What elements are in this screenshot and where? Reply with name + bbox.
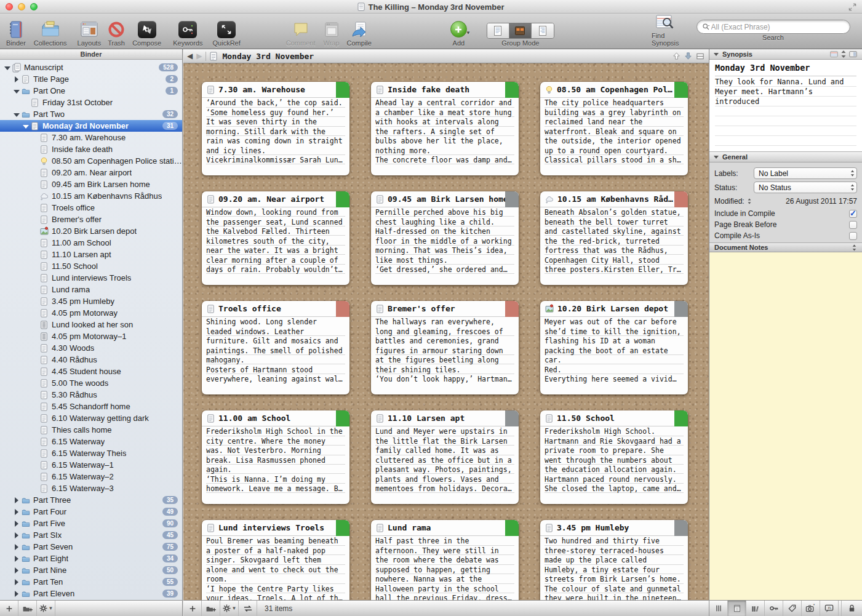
document-notes-area[interactable] <box>709 252 862 600</box>
binder-item[interactable]: Title Page2 <box>0 73 182 85</box>
binder-item[interactable]: Manuscript528 <box>0 62 182 73</box>
binder-item[interactable]: Part Ten55 <box>0 576 182 588</box>
folder-plus-button[interactable] <box>18 601 37 616</box>
search-input[interactable] <box>710 22 845 32</box>
move-down-icon[interactable] <box>684 51 693 61</box>
index-card[interactable]: Bremer's offerThe hallways ran everywher… <box>371 301 519 394</box>
index-card[interactable]: 10.20 Birk Larsen depotMeyer was out of … <box>540 301 688 394</box>
binder-item[interactable]: 11.10 Larsen apt <box>0 249 182 260</box>
binder-item[interactable]: 10.15 am Københavns Rådhus <box>0 190 182 202</box>
find-synopsis-button[interactable]: Find Synopsis <box>652 16 679 47</box>
collapse-triangle-icon[interactable] <box>714 53 719 56</box>
lock-button[interactable] <box>841 601 862 616</box>
binder-item[interactable]: 11.00 am School <box>0 237 182 249</box>
group-mode-outline-button[interactable] <box>532 23 554 38</box>
binder-item[interactable]: 3.45 pm Humleby <box>0 295 182 307</box>
index-card[interactable]: Lund ramaHalf past three in the afternoo… <box>371 520 519 600</box>
columns-button[interactable] <box>709 601 728 616</box>
binder-item[interactable]: Friday 31st October <box>0 97 182 108</box>
binder-item[interactable]: Thies calls home <box>0 424 182 436</box>
books-button[interactable] <box>746 601 765 616</box>
binder-item[interactable]: 6.15 Waterway Theis <box>0 447 182 459</box>
binder-item[interactable]: Part Five90 <box>0 518 182 529</box>
synopsis-card[interactable]: Monday 3rd November They look for Nanna.… <box>709 60 862 152</box>
binder-item[interactable]: Monday 3rd November31 <box>0 120 182 132</box>
panel-toggle-icon[interactable] <box>848 50 858 58</box>
binder-item[interactable]: 5.30 Rådhus <box>0 389 182 401</box>
gear-button[interactable]: ▼ <box>37 601 55 616</box>
binder-item[interactable]: 4.05 pm Motorway–1 <box>0 330 182 342</box>
key-button[interactable] <box>765 601 783 616</box>
collections-toolbar-button[interactable]: Collections <box>34 16 67 47</box>
index-card[interactable]: 11.00 am SchoolFrederiksholm High School… <box>202 410 349 504</box>
labels-dropdown[interactable]: No Label <box>754 167 857 179</box>
index-card[interactable]: 09.20 am. Near airportWindow down, looki… <box>202 191 349 285</box>
index-card[interactable]: Troels officeShining wood. Long slender … <box>202 301 349 394</box>
binder-item[interactable]: Bremer's offer <box>0 214 182 225</box>
wrap-toolbar-button[interactable]: Wrap <box>323 16 339 47</box>
nav-forward-icon[interactable]: ▶ <box>196 52 202 60</box>
index-card[interactable]: 08.50 am Copenhagen Pol…The city police … <box>540 82 688 175</box>
synopsis-text[interactable]: They look for Nanna. Lund and Meyer meet… <box>715 77 856 150</box>
notes-stepper-icon[interactable] <box>852 244 857 252</box>
binder-item[interactable]: 4.30 Woods <box>0 342 182 354</box>
binder-item[interactable]: 6.15 Waterway–1 <box>0 459 182 471</box>
document-notes-header[interactable]: Document Notes <box>709 242 862 252</box>
index-card[interactable]: 11.50 SchoolFrederiksholm High School. H… <box>540 410 688 504</box>
modified-stepper-icon[interactable] <box>747 198 752 205</box>
add-toolbar-button[interactable]: ▼ Add <box>450 16 467 47</box>
binder-item[interactable]: 5.00 The woods <box>0 377 182 389</box>
snapshot-button[interactable]: * <box>802 601 820 616</box>
index-card[interactable]: 7.30 am. Warehouse‘Around the back,’ the… <box>202 82 349 175</box>
checkbox[interactable] <box>849 232 857 240</box>
layouts-toolbar-button[interactable]: Layouts <box>78 16 102 47</box>
binder-item[interactable]: Part Four49 <box>0 506 182 518</box>
binder-item[interactable]: 09.20 am. Near airport <box>0 167 182 178</box>
tag-button[interactable] <box>783 601 802 616</box>
split-view-icon[interactable] <box>695 52 705 61</box>
index-card[interactable]: 11.10 Larsen aptLund and Meyer were upst… <box>371 410 519 504</box>
binder-item[interactable]: Part Eleven39 <box>0 588 182 599</box>
binder-item[interactable]: 10.20 Birk Larsen depot <box>0 225 182 237</box>
fullscreen-icon[interactable] <box>848 2 857 12</box>
binder-item[interactable]: Part One1 <box>0 85 182 97</box>
binder-item[interactable]: Part SIx45 <box>0 529 182 541</box>
index-card[interactable]: 3.45 pm HumlebyTwo hundred and thirty fi… <box>540 520 688 600</box>
checkbox[interactable] <box>849 210 857 218</box>
binder-item[interactable]: 6.15 Waterway–2 <box>0 471 182 482</box>
note-n-button[interactable]: n. <box>820 601 839 616</box>
binder-toolbar-button[interactable]: Binder <box>6 16 26 47</box>
binder-item[interactable]: 09.45 am Birk Larsen home <box>0 178 182 190</box>
sync-button[interactable] <box>239 601 257 616</box>
binder-item[interactable]: Part Two32 <box>0 108 182 120</box>
binder-item[interactable]: Part Nine50 <box>0 564 182 576</box>
collapse-triangle-icon[interactable] <box>714 156 719 159</box>
group-mode-corkboard-button[interactable] <box>509 23 532 38</box>
comment-toolbar-button[interactable]: Comment <box>286 16 316 47</box>
index-card-icon[interactable] <box>829 50 839 58</box>
group-mode-document-button[interactable] <box>487 23 509 38</box>
folder-plus-button[interactable] <box>202 601 220 616</box>
search-field[interactable] <box>696 20 850 34</box>
status-dropdown[interactable]: No Status <box>754 182 857 193</box>
binder-item[interactable]: Part Eight34 <box>0 553 182 564</box>
move-up-icon[interactable] <box>672 51 681 61</box>
binder-item[interactable]: Inside fake death <box>0 143 182 155</box>
binder-item[interactable]: 6.15 Waterway <box>0 436 182 447</box>
binder-item[interactable]: Lund interviews Troels <box>0 272 182 284</box>
stepper-icon[interactable] <box>840 50 847 58</box>
binder-item[interactable]: Lund looked at her son <box>0 319 182 330</box>
binder-item[interactable]: 5.45 Schandorff home <box>0 401 182 412</box>
index-card[interactable]: 10.15 am Københavns Råd…Beneath Absalon’… <box>540 191 688 285</box>
binder-item[interactable]: 11.50 School <box>0 260 182 272</box>
binder-item[interactable]: 4.40 Rådhus <box>0 354 182 366</box>
nav-back-icon[interactable]: ◀ <box>187 52 193 60</box>
binder-item[interactable]: Part Three35 <box>0 494 182 506</box>
keywords-toolbar-button[interactable]: Keywords <box>173 16 202 47</box>
binder-item[interactable]: Troels office <box>0 202 182 214</box>
compile-toolbar-button[interactable]: Compile <box>347 16 372 47</box>
index-card[interactable]: Inside fake deathAhead lay a central cor… <box>371 82 519 175</box>
plus-button[interactable] <box>0 601 18 616</box>
quickref-toolbar-button[interactable]: QuickRef <box>213 16 241 47</box>
binder-item[interactable]: Lund rama <box>0 284 182 295</box>
